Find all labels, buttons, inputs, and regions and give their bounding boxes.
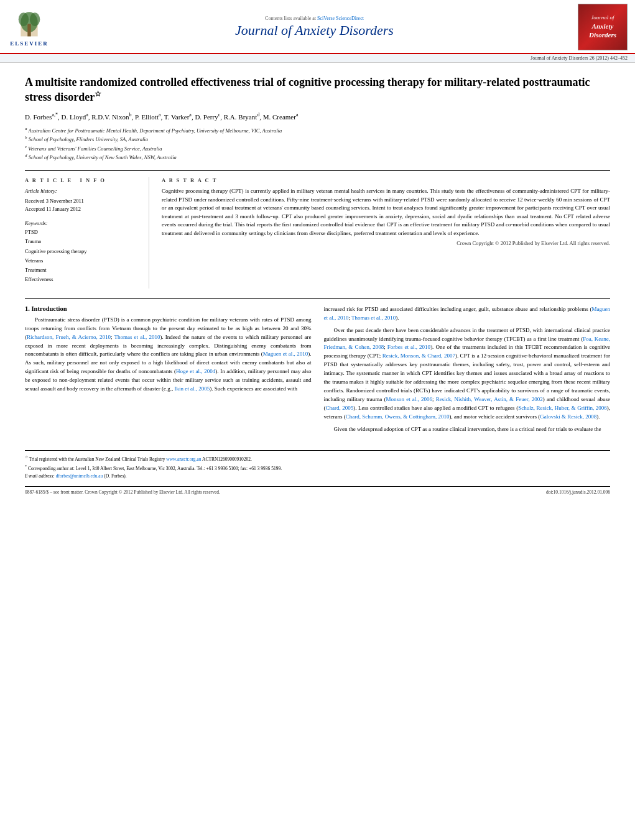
- ref-resick2002[interactable]: Resick, Nishith, Weaver, Astin, & Feuer,…: [436, 396, 543, 402]
- journal-title: Journal of Anxiety Disorders: [51, 22, 578, 39]
- elsevier-tree-icon: [14, 8, 45, 39]
- intro-para3: Over the past decade there have been con…: [324, 326, 611, 422]
- svg-point-4: [30, 12, 40, 26]
- ref-galovski2008[interactable]: Galovski & Resick, 2008: [540, 413, 596, 420]
- keyword-treatment: Treatment: [25, 265, 141, 275]
- svg-rect-2: [27, 24, 30, 36]
- ref-thomas2010b[interactable]: Thomas et al., 2010: [351, 315, 396, 321]
- article-info-col: A R T I C L E I N F O Article history: R…: [25, 177, 149, 288]
- section-divider: [25, 298, 610, 299]
- footnotes-section: ☆ Trial registered with the Australian N…: [25, 450, 610, 480]
- abstract-label: A B S T R A C T: [162, 177, 610, 183]
- footnote-trial: ☆ Trial registered with the Australian N…: [25, 455, 610, 463]
- affiliations: a Australian Centre for Posttraumatic Me…: [25, 126, 610, 162]
- ref-resick2007[interactable]: Resick, Monson, & Chard, 2007: [382, 353, 455, 359]
- journal-logo-text: Journal of AnxietyDisorders: [589, 14, 616, 40]
- ref-forbes2010[interactable]: Forbes et al., 2010: [387, 344, 430, 350]
- keywords-list: PTSD Trauma Cognitive processing therapy…: [25, 228, 141, 285]
- journal-logo-box: Journal of AnxietyDisorders: [578, 4, 628, 50]
- ref-foa2008[interactable]: Foa, Keane, Friedman, & Cohen, 2008: [324, 336, 611, 351]
- ref-chard2010[interactable]: Chard, Schumm, Owens, & Cottingham, 2010: [346, 413, 450, 420]
- bottom-bar: 0887-6185/$ – see front matter. Crown Co…: [25, 486, 610, 495]
- footnote-email: E-mail address: dforbes@unimelb.edu.au (…: [25, 473, 610, 479]
- article-history: Article history: Received 3 November 201…: [25, 187, 141, 214]
- abstract-col: A B S T R A C T Cognitive processing the…: [162, 177, 610, 288]
- intro-header: 1. Introduction: [25, 305, 312, 312]
- received-date: Received 3 November 2011: [25, 198, 84, 204]
- elsevier-logo: ELSEVIER: [7, 8, 51, 47]
- keyword-ptsd: PTSD: [25, 228, 141, 237]
- ref-maguen2010a[interactable]: Maguen et al., 2010: [263, 351, 308, 357]
- issn-line: 0887-6185/$ – see front matter. Crown Co…: [25, 489, 220, 495]
- intro-para4: Given the widespread adoption of CPT as …: [324, 425, 611, 434]
- ref-hoge[interactable]: Hoge et al., 2004: [176, 368, 215, 374]
- article-info-label: A R T I C L E I N F O: [25, 177, 141, 183]
- elsevier-brand-text: ELSEVIER: [10, 40, 49, 47]
- ref-thomas2010a[interactable]: Thomas et al., 2010: [114, 334, 160, 340]
- authors-line: D. Forbesa,*, D. Lloyda, R.D.V. Nixonb, …: [25, 111, 610, 122]
- intro-para2: increased risk for PTSD and associated d…: [324, 305, 611, 323]
- body-col-right: increased risk for PTSD and associated d…: [324, 305, 611, 438]
- body-section: 1. Introduction Posttraumatic stress dis…: [25, 305, 610, 438]
- keyword-trauma: Trauma: [25, 237, 141, 246]
- doi-line: doi:10.1016/j.janxdis.2012.01.006: [546, 489, 610, 495]
- article-info-bar: Journal of Anxiety Disorders 26 (2012) 4…: [0, 54, 635, 63]
- keyword-cpt: Cognitive processing therapy: [25, 247, 141, 256]
- ref-ikin[interactable]: Ikin et al., 2005: [174, 385, 210, 392]
- anzctr-link[interactable]: www.anzctr.org.au: [166, 456, 201, 461]
- keyword-veterans: Veterans: [25, 256, 141, 265]
- history-label: Article history:: [25, 187, 141, 196]
- copyright-line: Crown Copyright © 2012 Published by Else…: [162, 240, 610, 246]
- keywords-section: Keywords: PTSD Trauma Cognitive processi…: [25, 220, 141, 285]
- article-journal-ref: Journal of Anxiety Disorders 26 (2012) 4…: [531, 55, 628, 61]
- accepted-date: Accepted 11 January 2012: [25, 206, 81, 212]
- info-abstract-section: A R T I C L E I N F O Article history: R…: [25, 170, 610, 288]
- footnote-asterisk-sym: *: [25, 464, 27, 468]
- footnote-corresponding: * Corresponding author at: Level 1, 340 …: [25, 464, 610, 472]
- title-star: ☆: [95, 90, 101, 98]
- sciverse-line: Contents lists available at SciVerse Sci…: [51, 16, 578, 21]
- article-title: A multisite randomized controlled effect…: [25, 75, 610, 105]
- sciverse-link[interactable]: SciVerse ScienceDirect: [317, 16, 364, 21]
- journal-logo-title: AnxietyDisorders: [589, 22, 616, 39]
- body-col-left: 1. Introduction Posttraumatic stress dis…: [25, 305, 312, 438]
- email-link[interactable]: dforbes@unimelb.edu.au: [56, 473, 103, 479]
- ref-monson2006[interactable]: Monson et al., 2006: [386, 396, 433, 402]
- ref-richardson[interactable]: Richardson, Frueh, & Acierno, 2010: [27, 334, 111, 340]
- keyword-effectiveness: Effectiveness: [25, 275, 141, 284]
- main-content: A multisite randomized controlled effect…: [0, 63, 635, 507]
- footnote-star-sym: ☆: [25, 455, 28, 459]
- intro-para1: Posttraumatic stress disorder (PTSD) is …: [25, 316, 312, 394]
- journal-header: ELSEVIER Contents lists available at Sci…: [0, 0, 635, 54]
- ref-chard2005[interactable]: Chard, 2005: [326, 405, 354, 411]
- journal-center: Contents lists available at SciVerse Sci…: [51, 16, 578, 39]
- keywords-label: Keywords:: [25, 220, 141, 226]
- abstract-text: Cognitive processing therapy (CPT) is cu…: [162, 187, 610, 238]
- ref-schulz2006[interactable]: Schulz, Resick, Huber, & Griffin, 2006: [518, 405, 607, 411]
- svg-point-3: [19, 12, 29, 26]
